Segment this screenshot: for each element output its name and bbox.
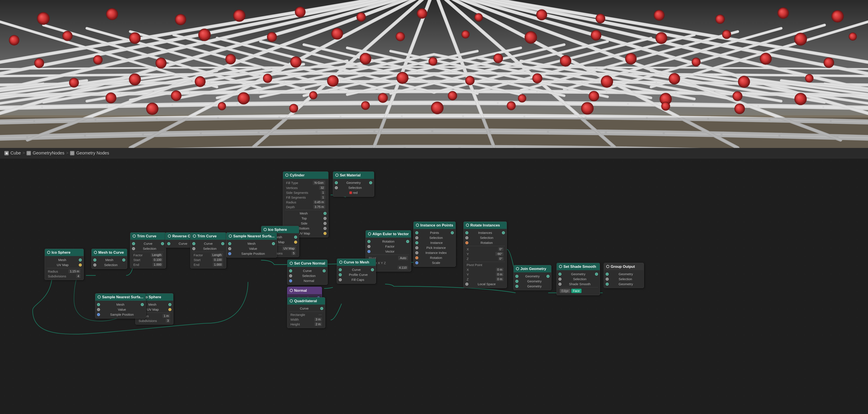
set-material-header: ⬡ Set Material [333, 172, 374, 179]
instance-on-points-header: ⬡ Instance on Points [413, 222, 456, 229]
quadrilateral-header: ⬡ Quadrilateral [287, 297, 325, 305]
ico-sphere-1-header: ⬡ Ico Sphere [45, 249, 84, 256]
node-canvas[interactable]: ⬡ Cylinder Fill Type N-Gon Vertices 32 S… [0, 158, 868, 414]
mesh-to-curve-node[interactable]: ⬡ Mesh to Curve Mesh Selection [91, 249, 127, 269]
cylinder-node-header: ⬡ Cylinder [283, 172, 328, 179]
fill-segments-row: Fill Segments 1 [285, 195, 327, 200]
normal-header: ⬡ Normal [287, 287, 322, 294]
set-material-node[interactable]: ⬡ Set Material Geometry Selection [333, 171, 374, 197]
curve-to-mesh-body: Curve Profile Curve Fill Caps [337, 266, 376, 284]
side-segments-row: Side Segments 1 [285, 190, 327, 195]
breadcrumb-sep1: > [23, 151, 25, 155]
sample-nearest-1-body: Mesh Value Sample Position [226, 240, 277, 257]
uvmap-out: UV Map [46, 262, 82, 267]
breadcrumb-sep2: > [66, 151, 68, 155]
rotate-instances-header: ⬡ Rotate Instances [464, 222, 507, 229]
trim-curve-2-node[interactable]: ⬡ Trim Curve Curve Selection Factor Leng [190, 232, 226, 268]
top-socket-out [323, 217, 327, 220]
trim-curve-1-header: ⬡ Trim Curve [130, 232, 166, 240]
rotate-instances-node[interactable]: ⬡ Rotate Instances Instances Selection R… [463, 221, 507, 288]
group-output-header: ⬡ Group Output [604, 263, 644, 270]
breadcrumb-object: Cube [10, 151, 21, 156]
mesh-out: Mesh [46, 257, 82, 262]
quadrilateral-body: Curve Rectangle Width 3 m Height 2 m [287, 305, 325, 328]
curve-to-mesh-node[interactable]: ⬡ Curve to Mesh Curve Profile Curve Fill… [337, 258, 376, 284]
set-shade-smooth-body: Geometry Selection Shade Smooth Edge Fac… [557, 270, 600, 295]
mesh-out-row: Mesh [285, 211, 327, 216]
set-shade-smooth-header: ⬡ Set Shade Smooth [557, 263, 600, 270]
trim-curve-2-header: ⬡ Trim Curve [191, 232, 226, 240]
top-out-row: Top [285, 216, 327, 221]
material-row: red [335, 190, 372, 195]
join-geometry-header: ⬡ Join Geometry [514, 265, 551, 273]
bottom-socket-out [323, 227, 327, 230]
sample-nearest-1-node[interactable]: ⬡ Sample Nearest Surfa... Mesh Value Sam… [226, 232, 277, 258]
geometry-socket-out [369, 181, 372, 184]
object-icon: ▣ [4, 151, 9, 155]
set-curve-normal-header: ⬡ Set Curve Normal [287, 260, 328, 267]
breadcrumb-modifier: GeometryNodes [33, 151, 64, 156]
side-socket-out [323, 222, 327, 225]
trim-curve-2-body: Curve Selection Factor Length Start 0.10… [191, 240, 226, 268]
face-btn[interactable]: Face [571, 289, 582, 293]
vertices-row: Vertices 32 [285, 185, 327, 190]
ico-sphere-1-body: Mesh UV Map Radius 1.15 m Subdivisions 4 [45, 256, 84, 280]
trim-curve-1-node[interactable]: ⬡ Trim Curve Curve Selection Factor Leng [130, 232, 166, 268]
set-curve-normal-node[interactable]: ⬡ Set Curve Normal Curve Selection Norma… [287, 259, 328, 285]
wires-layer [0, 169, 868, 414]
instance-on-points-node[interactable]: ⬡ Instance on Points Points Selection In… [413, 221, 456, 267]
group-output-node[interactable]: ⬡ Group Output Geometry Selection Geomet… [604, 263, 644, 288]
edge-btn[interactable]: Edge [560, 289, 570, 293]
breadcrumb-editor: Geometry Nodes [76, 151, 109, 156]
selection-socket-in [335, 186, 338, 189]
mesh-to-curve-header: ⬡ Mesh to Curve [92, 249, 127, 256]
set-material-icon: ⬡ [335, 173, 339, 178]
ico-sphere-1-node[interactable]: ⬡ Ico Sphere Mesh UV Map Radius 1.15 m [44, 249, 84, 280]
instance-on-points-body: Points Selection Instance Pick Instance [413, 229, 456, 266]
set-material-body: Geometry Selection red [333, 179, 374, 196]
geometry-socket-in [335, 181, 338, 184]
radius-row: Radius 0.45 m [285, 200, 327, 204]
sample-nearest-2-body: Mesh Value Sample Position [95, 301, 146, 318]
join-geometry-body: Geometry Geometry Geometry [514, 273, 551, 290]
radius-field: Radius 1.15 m [46, 269, 82, 274]
join-geometry-node[interactable]: ⬡ Join Geometry Geometry Geometry Geomet… [514, 265, 552, 290]
align-euler-header: ⬡ Align Euler to Vector [366, 230, 411, 237]
trim-curve-1-body: Curve Selection Factor Length Start 0.10… [130, 240, 166, 268]
3d-viewport[interactable] [0, 0, 868, 148]
selection-in-row: Selection [335, 185, 372, 190]
depth-row: Depth 3.75 m [285, 204, 327, 209]
subdiv-field: Subdivisions 4 [46, 274, 82, 279]
material-color-swatch [349, 191, 352, 194]
sample-nearest-1-header: ⬡ Sample Nearest Surfa... [226, 232, 277, 240]
side-out-row: Side [285, 221, 327, 226]
breadcrumb: ▣ Cube > ⬡ GeometryNodes > ⬡ Geometry No… [0, 148, 868, 158]
rotate-instances-body: Instances Selection Rotation X 0° [464, 229, 507, 288]
mesh-socket-out [323, 212, 327, 215]
modifier-icon: ⬡ [27, 151, 31, 155]
cylinder-icon: ⬡ [285, 173, 288, 178]
editor-icon: ⬡ [70, 151, 74, 155]
sample-nearest-2-node[interactable]: ⬡ Sample Nearest Surfa... Mesh Value Sam… [95, 293, 146, 318]
mesh-to-curve-body: Mesh Selection [92, 256, 127, 269]
viewport-render [0, 0, 868, 148]
fill-type-row: Fill Type N-Gon [285, 180, 327, 185]
node-editor[interactable]: ▣ Cube > ⬡ GeometryNodes > ⬡ Geometry No… [0, 148, 868, 414]
sample-nearest-2-header: ⬡ Sample Nearest Surfa... [95, 293, 146, 301]
quadrilateral-node[interactable]: ⬡ Quadrilateral Curve Rectangle Width 3 … [287, 297, 325, 328]
set-shade-smooth-node[interactable]: ⬡ Set Shade Smooth Geometry Selection Sh… [556, 263, 600, 295]
geometry-in-row: Geometry [335, 180, 372, 185]
group-output-body: Geometry Selection Geometry [604, 270, 644, 288]
set-curve-normal-body: Curve Selection Normal [287, 267, 328, 285]
curve-to-mesh-header: ⬡ Curve to Mesh [337, 259, 376, 266]
uvmap-socket-out [323, 232, 327, 235]
